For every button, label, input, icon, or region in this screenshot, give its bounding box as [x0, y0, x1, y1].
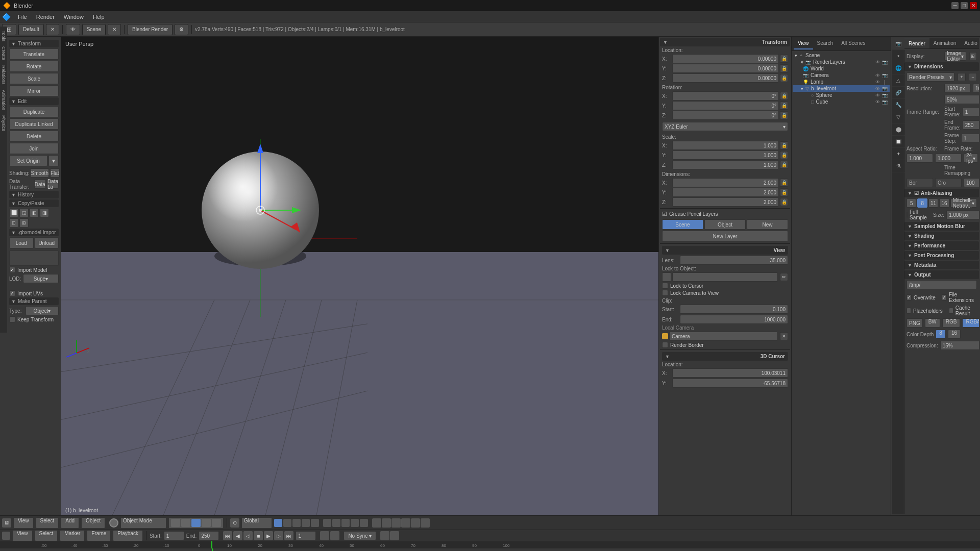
aa-8[interactable]: 8 [917, 198, 927, 208]
dim-y-input[interactable] [672, 188, 779, 197]
set-origin-btn[interactable]: Set Origin [9, 155, 47, 166]
loc-y-lock[interactable]: 🔒 [780, 64, 788, 72]
outliner-tab-all-scenes[interactable]: All Scenes [837, 38, 869, 49]
rot-z-lock[interactable]: 🔒 [780, 111, 788, 119]
lock-camera-cb[interactable] [662, 290, 668, 296]
tl-prev-frame[interactable]: ◀ [233, 531, 242, 540]
output-header[interactable]: Output [904, 270, 979, 279]
frame-rate-selector[interactable]: 24 fps ▾ [964, 154, 978, 163]
rotate-btn[interactable]: Rotate [9, 61, 59, 72]
copy-icon5[interactable]: ⊡ [9, 218, 18, 228]
copy-icon6[interactable]: ⊞ [19, 218, 29, 228]
tl-extra1[interactable] [380, 531, 389, 540]
scale-btn[interactable]: Scale [9, 73, 59, 84]
tl-play[interactable]: ▶ [264, 531, 273, 540]
data-la-btn[interactable]: Data La [47, 180, 59, 189]
smooth-btn[interactable]: Smooth [30, 168, 48, 178]
view-prop-header[interactable]: View [662, 246, 788, 255]
viewport-tool5[interactable] [212, 519, 221, 527]
layer-2[interactable] [283, 519, 291, 527]
cache-cb[interactable] [949, 308, 953, 314]
duplicate-linked-btn[interactable]: Duplicate Linked [9, 118, 59, 130]
compression-input[interactable] [940, 341, 979, 350]
overwrite-cb[interactable] [906, 294, 912, 300]
layout-selector[interactable]: Default [18, 24, 44, 35]
tl-nosync-btn[interactable]: No Sync ▾ [344, 531, 376, 540]
tab-physics[interactable]: Physics [1, 113, 7, 133]
render-tab-physics[interactable]: ⚗ [892, 160, 904, 172]
tree-lamp[interactable]: 💡 Lamp 👁 | [793, 79, 890, 85]
dim-x-input[interactable] [672, 178, 779, 187]
presets-remove[interactable]: − [969, 73, 977, 81]
transform-section-header[interactable]: Transform [9, 40, 59, 47]
rotation-mode-selector[interactable]: XYZ Euler ▾ [662, 122, 788, 131]
rgb-btn[interactable]: RGB [942, 318, 961, 328]
gp-new-tab[interactable]: New [747, 219, 788, 230]
tl-stop[interactable]: ■ [254, 531, 263, 540]
frame-step-input[interactable] [961, 134, 979, 143]
join-btn[interactable]: Join [9, 143, 59, 154]
pivot-btn[interactable]: ⊙ [230, 518, 239, 528]
vis-eye[interactable]: 👁 [874, 73, 880, 78]
performance-header[interactable]: Performance [904, 241, 979, 250]
layer-9[interactable] [351, 519, 359, 527]
res-y-input[interactable] [973, 84, 979, 93]
flat-btn[interactable]: Flat [50, 168, 60, 178]
import-model-cb[interactable] [9, 267, 15, 273]
tab-animation[interactable]: Animation [1, 88, 7, 112]
vis-render[interactable]: 📷 [881, 73, 888, 78]
aa-5[interactable]: 5 [906, 198, 916, 208]
copy-icon4[interactable]: ◨ [40, 208, 49, 217]
tl-next-frame[interactable]: ▷ [274, 531, 283, 540]
unload-btn[interactable]: Unload [35, 237, 59, 248]
render-tab-scene[interactable]: ⚬ [892, 50, 904, 62]
select-menu-btn[interactable]: Select [36, 517, 59, 529]
rot-y-lock[interactable]: 🔒 [780, 102, 788, 110]
scale-y-lock[interactable]: 🔒 [780, 151, 788, 159]
loc-x-lock[interactable]: 🔒 [780, 55, 788, 63]
dim-z-input[interactable] [672, 197, 779, 207]
vis-render4[interactable]: 📷 [881, 93, 888, 98]
object-menu-btn[interactable]: Object [81, 517, 105, 529]
proportional-icon[interactable] [382, 518, 391, 528]
tl-mode-icon[interactable] [2, 532, 10, 540]
layer-8[interactable] [341, 519, 350, 527]
transform-orientation[interactable]: Global [241, 517, 272, 529]
menu-render[interactable]: Render [32, 13, 59, 21]
tree-scene[interactable]: ▾ ⚬ Scene [793, 52, 890, 59]
cursor-x-input[interactable] [672, 368, 788, 378]
outliner-tab-view[interactable]: View [794, 38, 813, 49]
scale-z-input[interactable] [672, 160, 779, 169]
lock-object-edit[interactable]: ✏ [780, 273, 788, 281]
scale-x-lock[interactable]: 🔒 [780, 141, 788, 149]
tree-cube[interactable]: □ Cube 👁 📷 [793, 98, 890, 105]
tab-tools[interactable]: Tools [1, 37, 7, 43]
aa-checkbox[interactable]: ☑ [914, 190, 919, 196]
rgba-btn[interactable]: RGBA [962, 318, 979, 328]
gbx-section-header[interactable]: .gbxmodel Impor [9, 229, 59, 236]
cursor-header[interactable]: 3D Cursor [662, 352, 788, 361]
set-origin-dropdown[interactable]: ▼ [48, 155, 59, 166]
camera-icon2[interactable] [401, 518, 410, 528]
output-path-input[interactable] [906, 280, 977, 289]
bw-btn[interactable]: BW [925, 318, 940, 328]
render-border-cb[interactable] [662, 342, 668, 348]
res-x-input[interactable] [944, 84, 971, 93]
tree-sphere[interactable]: ○ Sphere 👁 📷 [793, 92, 890, 98]
vis-eye2[interactable]: 👁 [874, 80, 880, 85]
file-ext-cb[interactable] [942, 294, 947, 300]
format-selector[interactable]: PNG [906, 318, 923, 328]
bor-val-input[interactable] [964, 178, 979, 187]
render-tab-data[interactable]: ▽ [892, 111, 904, 123]
scale-x-input[interactable] [672, 141, 779, 150]
vis-eye[interactable]: 👁 [874, 60, 880, 65]
cursor-y-input[interactable] [672, 379, 788, 388]
placeholders-cb[interactable] [906, 308, 911, 314]
overlay-icon[interactable] [411, 518, 420, 528]
start-frame-input[interactable] [963, 107, 979, 116]
render-tab-camera[interactable]: 📷 [892, 38, 904, 50]
layer-3[interactable] [292, 519, 301, 527]
aspect-y-input[interactable] [935, 154, 962, 163]
camera-x-btn[interactable]: ✕ [780, 332, 788, 340]
engine-settings-btn[interactable]: ⚙ [175, 24, 188, 35]
